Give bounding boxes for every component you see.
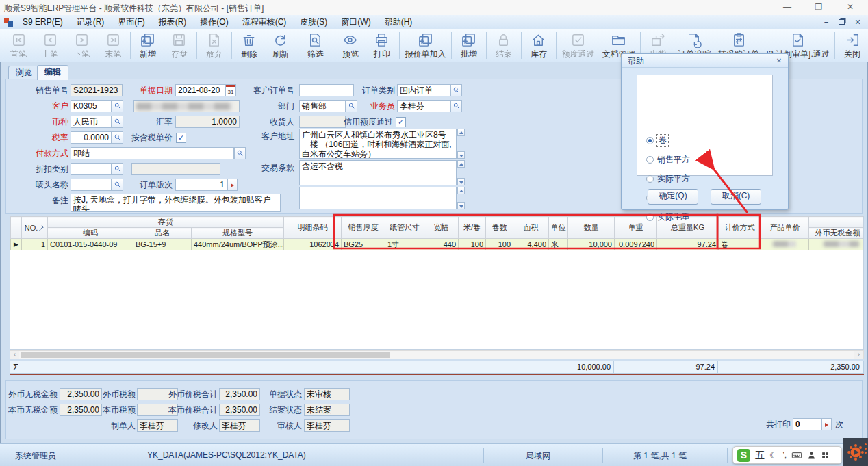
quote-add-button[interactable]: 报价单加入 bbox=[401, 29, 450, 62]
col-meters-per-roll[interactable]: 米/卷 bbox=[459, 217, 486, 239]
col-unit[interactable]: 单位 bbox=[549, 217, 568, 239]
col-product-name[interactable]: 品名 bbox=[133, 228, 192, 239]
menu-operation[interactable]: 操作(O) bbox=[193, 15, 235, 29]
col-foreign-amount[interactable]: 外币无税金额 bbox=[809, 228, 865, 239]
cell-product-name[interactable]: BG-15+9 bbox=[133, 239, 192, 250]
mark-name-field[interactable] bbox=[71, 179, 112, 191]
cell-product-price[interactable] bbox=[761, 239, 809, 250]
col-spec[interactable]: 规格型号 bbox=[192, 228, 284, 239]
filter-button[interactable]: 筛选 bbox=[300, 29, 331, 62]
calendar-icon[interactable]: 31 bbox=[225, 84, 236, 96]
cell-foreign-amount[interactable] bbox=[809, 239, 865, 250]
order-type-lookup-button[interactable] bbox=[450, 84, 462, 96]
close-button[interactable]: ✕ bbox=[835, 0, 865, 15]
scroll-right-icon[interactable]: › bbox=[854, 351, 863, 359]
ime-logo-icon[interactable]: S bbox=[737, 449, 750, 462]
mdi-close-button[interactable]: ✕ bbox=[852, 17, 864, 27]
cancel-button[interactable]: 取消(C) bbox=[711, 189, 761, 205]
menu-help[interactable]: 帮助(H) bbox=[378, 15, 420, 29]
currency-lookup-button[interactable] bbox=[112, 116, 123, 128]
order-version-spinner[interactable] bbox=[227, 179, 238, 191]
person-icon[interactable] bbox=[807, 451, 816, 460]
cell-thickness[interactable]: BG25 bbox=[342, 239, 385, 250]
hscroll-thumb[interactable] bbox=[21, 352, 390, 358]
keyboard-icon[interactable] bbox=[791, 450, 802, 461]
extra-notes-scrollbar[interactable] bbox=[457, 187, 465, 209]
menu-skin[interactable]: 皮肤(S) bbox=[293, 15, 334, 29]
cell-width[interactable]: 440 bbox=[424, 239, 459, 250]
menu-report[interactable]: 报表(R) bbox=[152, 15, 194, 29]
col-area[interactable]: 面积 bbox=[513, 217, 549, 239]
department-field[interactable]: 销售部 bbox=[299, 100, 346, 112]
mdi-minimize-button[interactable]: – bbox=[820, 17, 832, 27]
cell-unit-weight[interactable]: 0.0097240 bbox=[615, 239, 657, 250]
tax-incl-checkbox[interactable]: ✓ bbox=[176, 133, 186, 143]
print-count-field[interactable]: 0 bbox=[793, 418, 821, 430]
tab-edit[interactable]: 编辑 bbox=[37, 65, 68, 80]
payment-field[interactable]: 即结 bbox=[71, 147, 234, 159]
tax-rate-lookup-button[interactable] bbox=[112, 131, 123, 144]
minimize-button[interactable]: — bbox=[772, 0, 802, 15]
mark-lookup-button[interactable] bbox=[112, 179, 123, 191]
col-quantity[interactable]: 数量 bbox=[568, 217, 615, 239]
grid-hscrollbar[interactable]: ‹ › bbox=[10, 350, 864, 359]
currency-field[interactable]: 人民币 bbox=[71, 116, 112, 128]
cell-meters-per-roll[interactable]: 100 bbox=[459, 239, 486, 250]
col-code[interactable]: 编码 bbox=[48, 228, 133, 239]
customer-field[interactable]: K0305 bbox=[71, 100, 112, 112]
delete-button[interactable]: 删除 bbox=[233, 29, 265, 62]
print-count-spinner[interactable] bbox=[821, 418, 832, 430]
row-selected-arrow-icon[interactable]: ▶ bbox=[11, 239, 22, 250]
col-thickness[interactable]: 销售厚度 bbox=[342, 217, 385, 239]
cell-total-weight[interactable]: 97.24 bbox=[657, 239, 719, 250]
table-row[interactable]: ▶ 1 C0101-015-0440-09 BG-15+9 440mm/24um… bbox=[11, 239, 865, 250]
sales-no-field[interactable]: S2021-1923 bbox=[71, 84, 123, 96]
customer-lookup-button[interactable] bbox=[112, 100, 123, 112]
cell-spec[interactable]: 440mm/24um/BOPP预涂... bbox=[192, 239, 284, 250]
cell-core-size[interactable]: 1寸 bbox=[385, 239, 424, 250]
help-dialog-titlebar[interactable]: 帮助 bbox=[622, 54, 788, 68]
remark-field[interactable]: 按J, 天地盒，打井字带，外包缠绕膜。外包装加贴客户唛头。 bbox=[71, 194, 281, 212]
tab-browse[interactable]: 浏览 bbox=[8, 66, 40, 79]
tax-rate-field[interactable]: 0.0000 bbox=[71, 131, 112, 144]
col-detail-barcode[interactable]: 明细条码 bbox=[284, 217, 342, 239]
col-pricing-method[interactable]: 计价方式 bbox=[719, 217, 761, 239]
help-dialog-close-icon[interactable]: ✕ bbox=[774, 56, 784, 66]
batch-add-button[interactable]: 批增 bbox=[453, 29, 485, 62]
customer-address-field[interactable]: 广州白云区人和镇白米布秀水工业区8号一楼 （106国道，时利和海鲜酒家正对面, … bbox=[299, 129, 457, 159]
ime-mode-label[interactable]: 五 bbox=[755, 449, 765, 462]
cell-detail-barcode[interactable]: 1062034 bbox=[284, 239, 342, 250]
menu-window[interactable]: 窗口(W) bbox=[334, 15, 377, 29]
address-scrollbar[interactable] bbox=[457, 129, 465, 159]
punctuation-icon[interactable]: ’, bbox=[783, 449, 787, 462]
discount-type-field[interactable] bbox=[71, 163, 112, 175]
doc-date-field[interactable]: 2021-08-20 bbox=[175, 84, 225, 96]
trade-terms-field[interactable]: 含运不含税 bbox=[299, 160, 457, 185]
extra-notes-field[interactable] bbox=[299, 187, 457, 209]
radio-option-roll[interactable]: 卷 bbox=[646, 135, 668, 146]
order-version-field[interactable]: 1 bbox=[175, 179, 227, 191]
cell-pricing-method[interactable]: 卷 bbox=[719, 239, 761, 250]
customer-order-field[interactable] bbox=[299, 84, 354, 96]
close-form-button[interactable]: 关闭 bbox=[837, 29, 868, 62]
new-button[interactable]: 新增 bbox=[132, 29, 164, 62]
radio-option-gross-weight[interactable]: 实际毛重 bbox=[646, 211, 690, 223]
inventory-button[interactable]: 库存 bbox=[523, 29, 554, 62]
col-product-price[interactable]: 产品单价 bbox=[761, 217, 809, 239]
terms-scrollbar[interactable] bbox=[457, 160, 465, 185]
col-core-size[interactable]: 纸管尺寸 bbox=[385, 217, 424, 239]
salesman-lookup-button[interactable] bbox=[450, 100, 462, 112]
menu-record[interactable]: 记录(R) bbox=[70, 15, 112, 29]
cell-code[interactable]: C0101-015-0440-09 bbox=[48, 239, 133, 250]
cell-area[interactable]: 4,400 bbox=[513, 239, 549, 250]
mdi-restore-button[interactable] bbox=[835, 17, 847, 27]
menu-s9erp[interactable]: S9 ERP(E) bbox=[16, 15, 70, 29]
cell-quantity[interactable]: 10,000 bbox=[568, 239, 615, 250]
ok-button[interactable]: 确定(Q) bbox=[648, 189, 698, 205]
radio-option-sales-sqm[interactable]: 销售平方 bbox=[646, 154, 690, 166]
print-button[interactable]: 打印 bbox=[366, 29, 398, 62]
col-width[interactable]: 宽幅 bbox=[424, 217, 459, 239]
menu-workflow[interactable]: 流程审核(C) bbox=[235, 15, 294, 29]
refresh-button[interactable]: 刷新 bbox=[265, 29, 296, 62]
credit-pass-checkbox[interactable]: ✓ bbox=[396, 117, 406, 127]
